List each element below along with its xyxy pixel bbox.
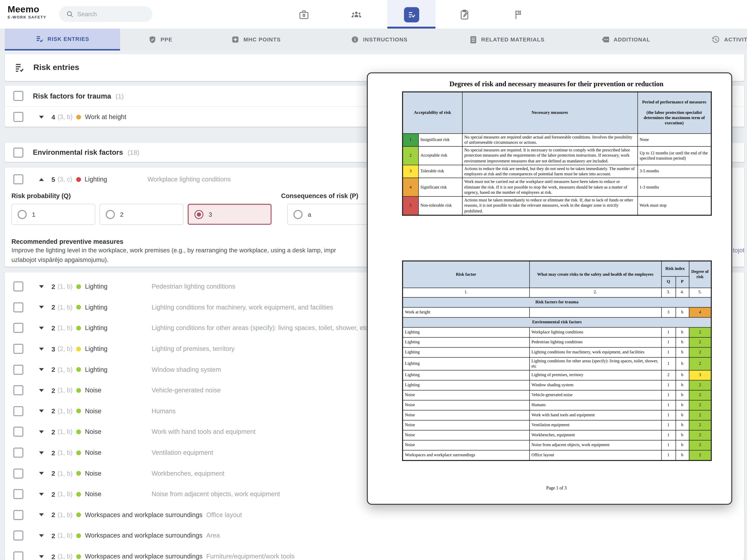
risk-factors-table: Risk factor What may create risks to the…	[402, 260, 712, 461]
team-icon[interactable]	[348, 7, 364, 23]
row-checkbox[interactable]	[13, 365, 23, 375]
tab-instructions[interactable]: INSTRUCTIONS	[351, 29, 408, 50]
risk-factor-name: Workspaces and workplace surroundings	[85, 511, 202, 518]
history-clock-icon	[712, 35, 720, 44]
risk-level-dot	[76, 554, 81, 559]
chevron-down-icon[interactable]	[39, 327, 44, 329]
row-checkbox[interactable]	[13, 344, 23, 354]
risk-index: (1, b)	[57, 407, 73, 415]
table2-header-p: P	[675, 276, 689, 288]
row-checkbox[interactable]	[13, 489, 23, 499]
p-section-label: Consequences of risk (P)	[281, 192, 358, 199]
risk-level-dot	[76, 367, 81, 372]
risk-index: (1, b)	[57, 324, 73, 331]
table2-row: LightingLighting conditions for machiner…	[403, 347, 711, 357]
document-lines-icon	[470, 35, 477, 44]
degree-name-cell: Insignificant risk	[418, 133, 462, 146]
risk-checklist-icon[interactable]	[404, 7, 420, 23]
tab-mhc-points[interactable]: MHC POINTS	[232, 29, 281, 50]
risk-level-dot	[76, 513, 81, 517]
flag-icon[interactable]	[510, 7, 526, 23]
risk-row[interactable]: 2 (1, b) Workspaces and workplace surrou…	[5, 505, 744, 525]
chevron-down-icon[interactable]	[39, 410, 44, 412]
risk-degree-value: 2	[52, 428, 55, 436]
row-checkbox[interactable]	[13, 406, 23, 416]
risk-row[interactable]: 2 (1, b) Workspaces and workplace surrou…	[5, 525, 744, 546]
table1-body: 1 Insignificant risk No special measures…	[403, 133, 711, 215]
chevron-down-icon[interactable]	[39, 451, 44, 454]
row-checkbox[interactable]	[13, 175, 23, 184]
chevron-down-icon[interactable]	[39, 534, 44, 537]
risk-index: (1, b)	[57, 470, 73, 477]
group-checkbox[interactable]	[13, 91, 23, 101]
brand-tagline: E-WORK SAFETY	[8, 15, 47, 20]
row-checkbox[interactable]	[13, 385, 23, 395]
row-checkbox[interactable]	[13, 282, 23, 292]
table2-header-risk-index: Risk index	[661, 261, 689, 276]
risk-level-dot	[76, 492, 81, 497]
tab-additional[interactable]: ADDITIONAL	[601, 29, 650, 50]
row-checkbox[interactable]	[13, 468, 23, 478]
chevron-down-icon[interactable]	[39, 493, 44, 496]
measures-text-line1: Improve the lighting level in the workpl…	[11, 247, 336, 254]
chevron-down-icon[interactable]	[39, 306, 44, 309]
brand-name: Meemo	[8, 4, 47, 15]
chevron-down-icon[interactable]	[39, 472, 44, 475]
risk-index: (3, b)	[57, 113, 73, 121]
period-cell: None	[637, 133, 711, 146]
q-option-3-selected[interactable]: 3	[188, 204, 272, 225]
q-option-2[interactable]: 2	[100, 204, 183, 225]
group-checkbox[interactable]	[13, 148, 23, 158]
chevron-up-icon[interactable]	[39, 178, 44, 181]
risk-factor-name: Lighting	[85, 304, 148, 311]
group-title: Risk factors for trauma	[33, 92, 111, 100]
risk-description: Lighting conditions for machinery, work …	[152, 304, 333, 311]
briefcase-icon[interactable]	[296, 7, 312, 23]
risk-level-dot	[76, 305, 81, 310]
chevron-down-icon[interactable]	[39, 430, 44, 433]
chevron-down-icon[interactable]	[39, 347, 44, 350]
row-checkbox[interactable]	[13, 427, 23, 437]
risk-factor-name: Work at height	[85, 113, 148, 121]
chevron-down-icon[interactable]	[39, 555, 44, 558]
risk-level-dot	[76, 533, 81, 538]
tab-label: RELATED MATERIALS	[481, 36, 545, 43]
chevron-down-icon[interactable]	[39, 285, 44, 288]
table2-row: Workspaces and workplace surroundingsOff…	[403, 450, 711, 460]
tab-label: ACTIVITY	[724, 36, 747, 43]
risk-degree-value: 2	[52, 553, 55, 560]
row-checkbox[interactable]	[13, 302, 23, 313]
chevron-down-icon[interactable]	[39, 115, 44, 118]
row-checkbox[interactable]	[13, 112, 23, 122]
chevron-down-icon[interactable]	[39, 389, 44, 392]
period-cell: Work must stop	[637, 196, 711, 215]
risk-factor-name: Noise	[85, 407, 148, 415]
tab-related-materials[interactable]: RELATED MATERIALS	[470, 29, 545, 50]
risk-factor-name: Noise	[85, 449, 148, 456]
risk-factor-name: Workspaces and workplace surroundings	[85, 553, 202, 560]
chevron-down-icon[interactable]	[39, 513, 44, 516]
row-checkbox[interactable]	[13, 531, 23, 541]
p-option-a[interactable]: a	[287, 204, 371, 225]
tab-activity[interactable]: ACTIVITY	[712, 29, 747, 50]
risk-degree-value: 4	[52, 113, 55, 121]
table2-row: LightingPedestrian lighting conditions1b…	[403, 337, 711, 347]
row-checkbox[interactable]	[13, 552, 23, 560]
chevron-down-icon[interactable]	[39, 368, 44, 371]
risk-factor-name: Lighting	[85, 366, 148, 373]
risk-level-dot	[76, 326, 81, 330]
clipboard-edit-icon[interactable]	[457, 7, 473, 23]
q-option-1[interactable]: 1	[11, 204, 95, 225]
search-input[interactable]: Search	[59, 6, 152, 22]
tab-ppe[interactable]: PPE	[149, 29, 172, 50]
row-checkbox[interactable]	[13, 510, 23, 520]
risk-row[interactable]: 2 (1, b) Workspaces and workplace surrou…	[5, 546, 744, 560]
row-checkbox[interactable]	[13, 323, 23, 333]
brand-logo[interactable]: Meemo E-WORK SAFETY	[8, 4, 47, 20]
tab-risk-entries[interactable]: RISK ENTRIES	[5, 29, 120, 50]
tab-label: INSTRUCTIONS	[363, 36, 408, 43]
risk-index: (1, b)	[57, 553, 73, 560]
risk-entries-icon	[15, 62, 25, 73]
row-checkbox[interactable]	[13, 448, 23, 458]
risk-degree-value: 2	[52, 407, 55, 415]
